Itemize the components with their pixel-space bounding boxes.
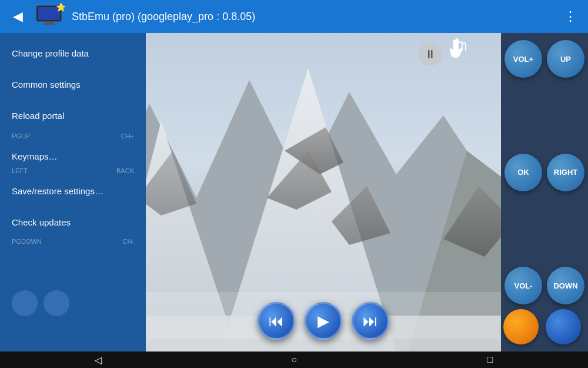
up-button[interactable]: UP: [547, 40, 584, 78]
chplus-hint: CH+: [121, 132, 134, 140]
app-title: StbEmu (pro) (googleplay_pro : 0.8.05): [72, 11, 553, 23]
app-icon: ⭐: [35, 5, 65, 28]
vol-minus-button[interactable]: VOL-: [505, 267, 542, 304]
media-controls: ⏮ ▶ ⏭: [146, 302, 501, 340]
sidebar-item-save-restore[interactable]: Save/restore settings…: [0, 175, 146, 207]
play-button[interactable]: ▶: [305, 302, 342, 340]
fast-forward-button[interactable]: ⏭: [352, 302, 389, 340]
ghost-controls-row1: [12, 290, 69, 316]
chminus-hint: CH-: [122, 238, 134, 245]
fast-forward-icon: ⏭: [363, 312, 378, 330]
rewind-icon: ⏮: [269, 312, 284, 330]
sidebar-item-reload-portal[interactable]: Reload portal: [0, 100, 146, 131]
orange-button[interactable]: [503, 309, 539, 344]
svg-rect-2: [45, 22, 53, 24]
top-bar: ◀ ⭐ StbEmu (pro) (googleplay_pro : 0.8.0…: [0, 0, 588, 33]
svg-rect-3: [42, 24, 55, 25]
pgup-hint: PGUP: [12, 132, 30, 140]
nav-home-button[interactable]: ○: [276, 354, 312, 365]
keymaps-hint-row: PGUP CH+: [0, 131, 146, 141]
pause-button[interactable]: [419, 42, 442, 66]
right-button[interactable]: RIGHT: [547, 154, 584, 191]
sidebar-item-common-settings[interactable]: Common settings: [0, 69, 146, 100]
more-menu-button[interactable]: ⋮: [560, 9, 581, 24]
pgdown-hint-row: PGDOWN CH-: [0, 237, 146, 246]
ghost-btn-1[interactable]: [12, 290, 38, 316]
dpad-row-3: VOL- DOWN: [505, 267, 584, 304]
bottom-action-buttons: [501, 309, 583, 344]
dpad-row-1: VOL+ UP: [505, 40, 584, 78]
pgdown-hint: PGDOWN: [12, 238, 42, 245]
play-icon: ▶: [318, 312, 329, 330]
right-panel: VOL+ UP OK RIGHT VOL- DOWN: [501, 33, 588, 352]
sidebar-item-change-profile[interactable]: Change profile data: [0, 38, 146, 69]
sidebar-item-keymaps[interactable]: Keymaps…: [0, 141, 146, 172]
rewind-button[interactable]: ⏮: [258, 302, 295, 340]
dpad-row-2: OK RIGHT: [505, 154, 584, 191]
video-area: ⏮ ▶ ⏭: [146, 33, 501, 352]
sidebar-item-check-updates[interactable]: Check updates: [0, 207, 146, 238]
down-button[interactable]: DOWN: [547, 267, 584, 304]
blue-button[interactable]: [546, 309, 581, 344]
ghost-btn-2[interactable]: [44, 290, 69, 316]
star-icon: ⭐: [56, 2, 66, 12]
main-area: Change profile data Common settings Relo…: [0, 33, 588, 352]
vol-plus-button[interactable]: VOL+: [505, 40, 542, 78]
sidebar: Change profile data Common settings Relo…: [0, 33, 146, 352]
nav-back-button[interactable]: ◁: [81, 354, 116, 366]
back-button[interactable]: ◀: [7, 9, 28, 24]
ok-button[interactable]: OK: [505, 154, 542, 191]
bottom-nav-bar: ◁ ○ □: [0, 352, 588, 368]
nav-recent-button[interactable]: □: [472, 354, 507, 365]
